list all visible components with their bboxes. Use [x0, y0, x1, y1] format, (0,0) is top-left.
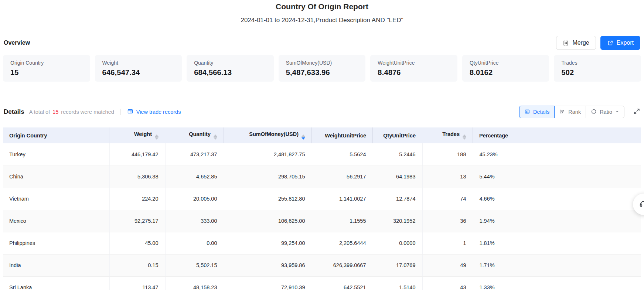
cell-trades: 43 — [422, 276, 473, 290]
cell-percentage: 1.94% — [473, 210, 641, 232]
cell-qty-unit-price: 320.1952 — [373, 210, 422, 232]
cell-qty-unit-price: 17.0769 — [373, 254, 422, 276]
sort-icon[interactable] — [214, 134, 217, 140]
cell-weight: 224.20 — [109, 188, 165, 210]
overview-heading: Overview — [4, 40, 30, 46]
cell-sum-of-money-usd: 93,959.86 — [224, 254, 312, 276]
page-subtitle: 2024-01-01 to 2024-12-31,Product Descrip… — [3, 17, 641, 24]
column-label: Origin Country — [9, 133, 47, 139]
stat-card-value: 15 — [10, 68, 83, 77]
column-header-trades[interactable]: Trades — [422, 127, 473, 143]
stat-card: QtyUnitPrice8.0162 — [462, 55, 549, 82]
stat-card-label: Origin Country — [10, 60, 83, 66]
column-header-quantity[interactable]: Quantity — [165, 127, 224, 143]
column-header-percentage: Percentage — [473, 127, 641, 143]
cell-trades: 36 — [422, 210, 473, 232]
sort-icon[interactable] — [463, 134, 466, 140]
fullscreen-icon — [633, 108, 640, 116]
cell-quantity: 333.00 — [165, 210, 224, 232]
cell-origin-country: Vietnam — [3, 188, 109, 210]
cell-origin-country: Mexico — [3, 210, 109, 232]
stat-card-value: 8.4876 — [378, 68, 450, 77]
tab-ratio-label: Ratio — [600, 109, 612, 115]
column-header-sum-of-money-usd[interactable]: SumOfMoney(USD) — [224, 127, 312, 143]
overview-actions: Merge Export — [556, 36, 640, 50]
details-bar-left: Details A total of15records were matched… — [4, 108, 181, 116]
cell-quantity: 473,217.37 — [165, 143, 224, 166]
stat-card: Trades502 — [554, 55, 641, 82]
matched-prefix: A total of — [29, 109, 50, 115]
cell-weight: 92,275.17 — [109, 210, 165, 232]
stat-card: Quantity684,566.13 — [187, 55, 274, 82]
cell-trades: 13 — [422, 166, 473, 188]
cell-sum-of-money-usd: 72,910.39 — [224, 276, 312, 290]
cell-weight: 113.47 — [109, 276, 165, 290]
cell-weight-unit-price: 1,141.0027 — [312, 188, 373, 210]
table-grid-icon — [524, 109, 530, 116]
matched-suffix: records were matched — [61, 109, 114, 115]
column-header-origin-country: Origin Country — [3, 127, 109, 143]
cell-percentage: 5.44% — [473, 166, 641, 188]
sort-icon[interactable] — [301, 134, 305, 140]
tab-rank-label: Rank — [568, 109, 581, 115]
column-header-qty-unit-price: QtyUnitPrice — [373, 127, 422, 143]
tab-ratio[interactable]: Ratio — [586, 106, 624, 118]
stat-card: WeightUnitPrice8.4876 — [370, 55, 457, 82]
cell-weight-unit-price: 642.5521 — [312, 276, 373, 290]
cell-percentage: 45.23% — [473, 143, 641, 166]
cell-weight: 45.00 — [109, 232, 165, 254]
column-label: Trades — [442, 131, 460, 137]
table-row: India0.155,502.1593,959.86626,399.066717… — [3, 254, 641, 276]
column-label: Quantity — [189, 131, 211, 137]
cell-quantity: 20,005.00 — [165, 188, 224, 210]
export-button[interactable]: Export — [600, 36, 640, 50]
details-bar-right: Details Rank Ratio — [519, 106, 640, 118]
cell-percentage: 1.33% — [473, 276, 641, 290]
table-row: Sri Lanka113.4748,158.2372,910.39642.552… — [3, 276, 641, 290]
origin-country-table: Origin CountryWeightQuantitySumOfMoney(U… — [3, 127, 641, 290]
export-button-label: Export — [617, 40, 634, 46]
merge-button-label: Merge — [572, 40, 589, 46]
table-row: Philippines45.000.0099,254.002,205.64440… — [3, 232, 641, 254]
tab-rank[interactable]: Rank — [554, 106, 586, 118]
chevron-down-icon — [615, 109, 619, 115]
table-row: Turkey446,179.42473,217.372,481,827.755.… — [3, 143, 641, 166]
table-header-row: Origin CountryWeightQuantitySumOfMoney(U… — [3, 127, 641, 143]
column-label: QtyUnitPrice — [383, 133, 416, 139]
cell-quantity: 48,158.23 — [165, 276, 224, 290]
stat-card-label: WeightUnitPrice — [378, 60, 450, 66]
view-trade-records-label: View trade records — [136, 109, 181, 115]
tab-details[interactable]: Details — [519, 106, 555, 118]
overview-bar: Overview Merge — [3, 36, 641, 50]
column-label: SumOfMoney(USD) — [249, 131, 299, 137]
cell-sum-of-money-usd: 298,705.15 — [224, 166, 312, 188]
column-header-weight-unit-price: WeightUnitPrice — [312, 127, 373, 143]
headset-icon — [639, 199, 644, 210]
view-trade-records-link[interactable]: View trade records — [127, 108, 181, 116]
table-body: Turkey446,179.42473,217.372,481,827.755.… — [3, 143, 641, 290]
sort-icon[interactable] — [155, 134, 159, 140]
column-label: Percentage — [479, 133, 508, 139]
cell-weight-unit-price: 56.2917 — [312, 166, 373, 188]
column-header-weight[interactable]: Weight — [109, 127, 165, 143]
matched-count: 15 — [52, 109, 58, 115]
cell-qty-unit-price: 1.5140 — [373, 276, 422, 290]
cell-trades: 49 — [422, 254, 473, 276]
stat-card-value: 502 — [561, 68, 634, 77]
export-icon — [607, 40, 613, 46]
report-page: Country Of Origin Report 2024-01-01 to 2… — [0, 0, 644, 290]
stat-card: SumOfMoney(USD)5,487,633.96 — [279, 55, 366, 82]
cell-sum-of-money-usd: 106,625.00 — [224, 210, 312, 232]
cell-sum-of-money-usd: 99,254.00 — [224, 232, 312, 254]
merge-button[interactable]: Merge — [556, 36, 596, 50]
page-title: Country Of Origin Report — [3, 2, 641, 11]
cell-sum-of-money-usd: 2,481,827.75 — [224, 143, 312, 166]
bar-chart-icon — [559, 109, 565, 116]
cell-trades: 1 — [422, 232, 473, 254]
fullscreen-button[interactable] — [633, 108, 640, 116]
view-switcher: Details Rank Ratio — [519, 106, 624, 118]
cell-origin-country: Turkey — [3, 143, 109, 166]
cell-origin-country: India — [3, 254, 109, 276]
cell-trades: 74 — [422, 188, 473, 210]
cell-percentage: 1.81% — [473, 232, 641, 254]
